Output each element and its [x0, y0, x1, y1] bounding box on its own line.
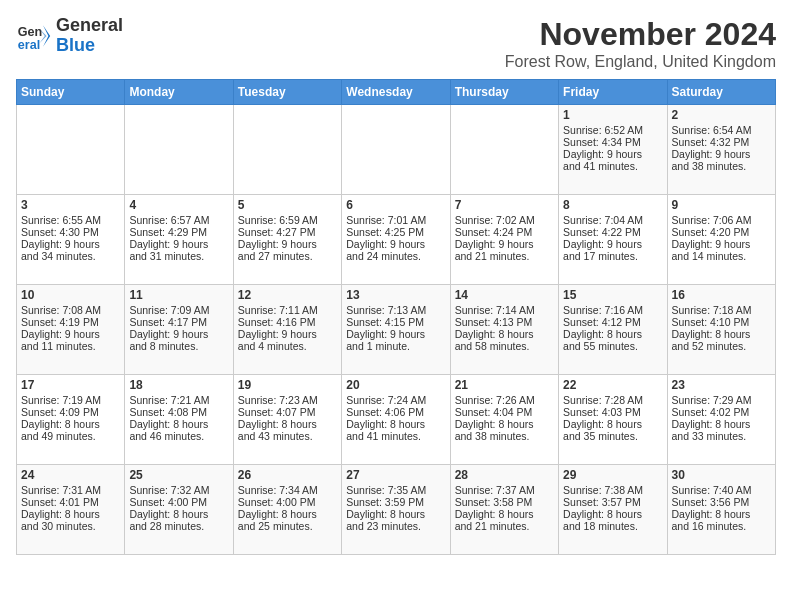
day-info: Sunrise: 7:21 AM	[129, 394, 228, 406]
day-info: Sunset: 4:00 PM	[129, 496, 228, 508]
day-info: Daylight: 8 hours	[238, 418, 337, 430]
day-info: and 58 minutes.	[455, 340, 554, 352]
day-info: Sunrise: 7:23 AM	[238, 394, 337, 406]
day-info: Sunset: 4:08 PM	[129, 406, 228, 418]
day-info: and 35 minutes.	[563, 430, 662, 442]
day-info: Daylight: 9 hours	[563, 238, 662, 250]
day-info: Sunset: 3:57 PM	[563, 496, 662, 508]
day-number: 8	[563, 198, 662, 212]
day-info: and 55 minutes.	[563, 340, 662, 352]
day-number: 12	[238, 288, 337, 302]
day-info: Sunset: 4:19 PM	[21, 316, 120, 328]
day-info: Sunset: 3:56 PM	[672, 496, 771, 508]
day-info: Daylight: 8 hours	[21, 508, 120, 520]
calendar-cell: 13Sunrise: 7:13 AMSunset: 4:15 PMDayligh…	[342, 285, 450, 375]
day-info: Sunset: 4:10 PM	[672, 316, 771, 328]
day-number: 18	[129, 378, 228, 392]
logo-icon: Gen eral	[16, 18, 52, 54]
day-number: 27	[346, 468, 445, 482]
day-info: and 17 minutes.	[563, 250, 662, 262]
day-info: Sunrise: 7:16 AM	[563, 304, 662, 316]
day-info: and 43 minutes.	[238, 430, 337, 442]
day-number: 4	[129, 198, 228, 212]
day-info: Sunset: 4:15 PM	[346, 316, 445, 328]
calendar-cell: 5Sunrise: 6:59 AMSunset: 4:27 PMDaylight…	[233, 195, 341, 285]
day-info: and 49 minutes.	[21, 430, 120, 442]
day-number: 6	[346, 198, 445, 212]
logo-general: General	[56, 15, 123, 35]
month-title: November 2024	[505, 16, 776, 53]
calendar-table: SundayMondayTuesdayWednesdayThursdayFrid…	[16, 79, 776, 555]
calendar-cell: 27Sunrise: 7:35 AMSunset: 3:59 PMDayligh…	[342, 465, 450, 555]
day-info: Sunrise: 7:24 AM	[346, 394, 445, 406]
day-info: Daylight: 9 hours	[346, 238, 445, 250]
day-info: Daylight: 9 hours	[455, 238, 554, 250]
day-info: Daylight: 9 hours	[672, 238, 771, 250]
day-info: Sunset: 4:22 PM	[563, 226, 662, 238]
day-info: Sunrise: 7:31 AM	[21, 484, 120, 496]
calendar-cell: 18Sunrise: 7:21 AMSunset: 4:08 PMDayligh…	[125, 375, 233, 465]
day-info: and 41 minutes.	[346, 430, 445, 442]
day-info: Sunrise: 7:01 AM	[346, 214, 445, 226]
col-header-friday: Friday	[559, 80, 667, 105]
calendar-cell: 25Sunrise: 7:32 AMSunset: 4:00 PMDayligh…	[125, 465, 233, 555]
calendar-cell: 10Sunrise: 7:08 AMSunset: 4:19 PMDayligh…	[17, 285, 125, 375]
day-info: and 27 minutes.	[238, 250, 337, 262]
calendar-cell: 28Sunrise: 7:37 AMSunset: 3:58 PMDayligh…	[450, 465, 558, 555]
day-info: Daylight: 9 hours	[563, 148, 662, 160]
day-number: 16	[672, 288, 771, 302]
col-header-wednesday: Wednesday	[342, 80, 450, 105]
day-info: and 23 minutes.	[346, 520, 445, 532]
day-info: Sunrise: 6:57 AM	[129, 214, 228, 226]
day-info: Daylight: 8 hours	[672, 418, 771, 430]
day-info: Sunrise: 7:40 AM	[672, 484, 771, 496]
day-info: Daylight: 8 hours	[672, 508, 771, 520]
day-number: 1	[563, 108, 662, 122]
day-number: 2	[672, 108, 771, 122]
day-info: Sunset: 4:06 PM	[346, 406, 445, 418]
title-section: November 2024 Forest Row, England, Unite…	[505, 16, 776, 71]
day-info: Sunset: 4:17 PM	[129, 316, 228, 328]
week-row-4: 24Sunrise: 7:31 AMSunset: 4:01 PMDayligh…	[17, 465, 776, 555]
week-row-0: 1Sunrise: 6:52 AMSunset: 4:34 PMDaylight…	[17, 105, 776, 195]
calendar-cell: 20Sunrise: 7:24 AMSunset: 4:06 PMDayligh…	[342, 375, 450, 465]
day-info: Sunset: 4:29 PM	[129, 226, 228, 238]
calendar-cell: 23Sunrise: 7:29 AMSunset: 4:02 PMDayligh…	[667, 375, 775, 465]
day-info: and 25 minutes.	[238, 520, 337, 532]
day-info: Sunset: 4:30 PM	[21, 226, 120, 238]
day-info: and 21 minutes.	[455, 520, 554, 532]
calendar-cell: 11Sunrise: 7:09 AMSunset: 4:17 PMDayligh…	[125, 285, 233, 375]
day-info: Sunrise: 7:06 AM	[672, 214, 771, 226]
day-info: and 34 minutes.	[21, 250, 120, 262]
location-title: Forest Row, England, United Kingdom	[505, 53, 776, 71]
day-info: and 1 minute.	[346, 340, 445, 352]
day-info: and 31 minutes.	[129, 250, 228, 262]
day-info: and 38 minutes.	[455, 430, 554, 442]
logo: Gen eral General Blue	[16, 16, 123, 56]
calendar-cell: 30Sunrise: 7:40 AMSunset: 3:56 PMDayligh…	[667, 465, 775, 555]
day-info: Sunrise: 7:08 AM	[21, 304, 120, 316]
week-row-3: 17Sunrise: 7:19 AMSunset: 4:09 PMDayligh…	[17, 375, 776, 465]
day-number: 13	[346, 288, 445, 302]
day-info: Daylight: 8 hours	[563, 328, 662, 340]
day-info: Daylight: 9 hours	[129, 238, 228, 250]
day-number: 21	[455, 378, 554, 392]
day-info: Sunrise: 7:35 AM	[346, 484, 445, 496]
day-info: and 24 minutes.	[346, 250, 445, 262]
calendar-cell: 3Sunrise: 6:55 AMSunset: 4:30 PMDaylight…	[17, 195, 125, 285]
day-info: Sunset: 4:13 PM	[455, 316, 554, 328]
day-info: Sunset: 4:32 PM	[672, 136, 771, 148]
day-info: Sunset: 4:01 PM	[21, 496, 120, 508]
week-row-2: 10Sunrise: 7:08 AMSunset: 4:19 PMDayligh…	[17, 285, 776, 375]
day-info: Sunrise: 7:09 AM	[129, 304, 228, 316]
day-info: Sunrise: 7:26 AM	[455, 394, 554, 406]
day-number: 14	[455, 288, 554, 302]
day-info: Sunrise: 6:54 AM	[672, 124, 771, 136]
day-info: and 18 minutes.	[563, 520, 662, 532]
day-info: Sunrise: 7:38 AM	[563, 484, 662, 496]
day-info: Daylight: 8 hours	[672, 328, 771, 340]
day-info: and 41 minutes.	[563, 160, 662, 172]
calendar-cell	[342, 105, 450, 195]
day-info: Daylight: 9 hours	[21, 328, 120, 340]
day-info: and 28 minutes.	[129, 520, 228, 532]
